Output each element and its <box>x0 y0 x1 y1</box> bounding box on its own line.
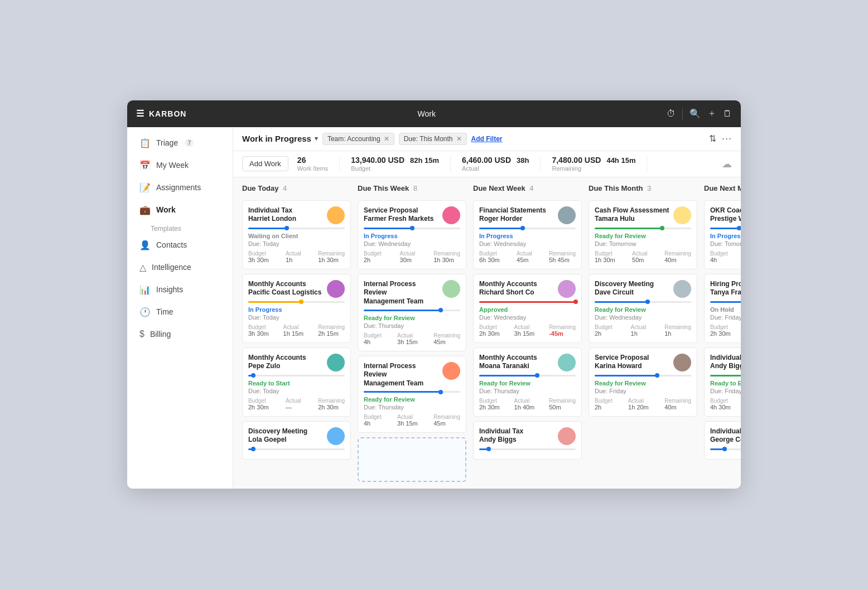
actual-label: Actual <box>631 324 647 330</box>
work-card[interactable]: Cash Flow AssessmentTamara Hulu Ready fo… <box>589 200 697 269</box>
actual-label: Actual <box>462 165 479 172</box>
view-title[interactable]: Work in Progress ▾ <box>242 134 318 143</box>
card-status: Ready for Review <box>595 233 691 239</box>
work-card[interactable]: Service ProposalKarina Howard Ready for … <box>589 347 697 417</box>
card-header: Discovery MeetingDave Circuit <box>595 280 691 298</box>
filter-team-remove[interactable]: ✕ <box>384 135 389 143</box>
card-status: Approved <box>479 306 576 313</box>
card-progress-fill <box>710 448 725 450</box>
work-card[interactable]: Discovery MeetingLola Goepel <box>242 421 351 460</box>
card-progress-dot <box>251 373 255 378</box>
card-progress-dot <box>573 300 578 304</box>
notes-icon[interactable]: 🗒 <box>723 109 732 119</box>
card-header: OKR CoachingPrestige World... <box>710 206 741 224</box>
more-options-icon[interactable]: ··· <box>722 133 732 144</box>
work-card[interactable]: Individual TaxAndy Biggs <box>473 421 582 460</box>
budget-val: 2h <box>595 330 613 337</box>
budget-val: 6h 30m <box>479 257 500 263</box>
sidebar-item-triage[interactable]: 📋 Triage 7 <box>131 132 229 154</box>
work-card[interactable]: Financial StatementsRoger Horder In Prog… <box>473 200 582 269</box>
kanban-col-due-next-month: Due Next Mont OKR CoachingPrestige World… <box>704 184 741 482</box>
work-card[interactable]: Monthly AccountsMoana Taranaki Ready for… <box>473 347 582 417</box>
work-icon: 💼 <box>139 205 151 215</box>
card-progress-dot <box>486 447 491 451</box>
sidebar-label-templates[interactable]: Templates <box>127 221 233 234</box>
card-progress-dot <box>520 226 525 230</box>
sidebar-item-myweek[interactable]: 📅 My Week <box>131 155 229 176</box>
sidebar-item-insights[interactable]: 📊 Insights <box>131 279 229 301</box>
card-progress <box>710 448 741 450</box>
remaining-val: 45m <box>433 420 460 427</box>
card-progress <box>364 391 460 393</box>
work-card[interactable]: Monthly AccountsPepe Zulo Ready to Start… <box>242 347 351 417</box>
work-card[interactable]: Internal Process ReviewManagement Team R… <box>358 356 466 433</box>
remaining-label: Remaining <box>549 324 576 330</box>
card-progress <box>248 301 345 303</box>
sidebar-item-billing[interactable]: $ Billing <box>131 324 229 345</box>
card-budget-row: Budget6h 30m Actual45m Remaining5h 45m <box>479 250 576 263</box>
plus-icon[interactable]: ＋ <box>707 108 716 119</box>
remaining-label: Remaining <box>664 398 691 404</box>
work-card[interactable]: OKR CoachingPrestige World... In Progres… <box>704 200 741 269</box>
remaining-label: Remaining <box>318 250 345 257</box>
remaining-hours: 44h 15m <box>606 156 635 165</box>
sidebar-item-contacts[interactable]: 👤 Contacts <box>131 234 229 256</box>
col-count: 4 <box>528 184 534 192</box>
sort-icon[interactable]: ⇅ <box>709 133 716 144</box>
sidebar-item-intelligence[interactable]: △ Intelligence <box>131 257 229 278</box>
col-header-due-next-week: Due Next Week 4 <box>473 184 582 196</box>
card-avatar <box>673 206 691 224</box>
card-title: Discovery MeetingDave Circuit <box>595 280 670 297</box>
work-card[interactable]: Monthly AccountsPacific Coast Logistics … <box>242 274 351 343</box>
actual-val: 3h 15m <box>397 339 418 345</box>
card-status: Ready to Start <box>248 380 345 387</box>
card-title: OKR CoachingPrestige World... <box>710 206 741 224</box>
sidebar-item-time[interactable]: 🕐 Time <box>131 301 229 323</box>
kanban-cards-due-this-month: Cash Flow AssessmentTamara Hulu Ready fo… <box>589 200 697 482</box>
card-title: Monthly AccountsRichard Short Co <box>479 280 554 297</box>
filter-due-remove[interactable]: ✕ <box>456 135 462 143</box>
top-nav: ☰ KARBON Work ⏱ 🔍 ＋ 🗒 <box>127 100 741 127</box>
budget-label: Budget <box>364 332 382 339</box>
card-progress-dot <box>655 373 659 378</box>
card-title: Individual TaxAndy Biggs <box>710 354 741 371</box>
actual-label: Actual <box>400 250 416 257</box>
work-card[interactable]: Monthly AccountsRichard Short Co Approve… <box>473 274 582 343</box>
dropdown-chevron[interactable]: ▾ <box>315 135 318 142</box>
card-status: In Progress <box>710 233 741 239</box>
card-header: Monthly AccountsRichard Short Co <box>479 280 576 298</box>
search-icon[interactable]: 🔍 <box>689 108 701 119</box>
actual-label: Actual <box>517 250 532 257</box>
card-progress-dot <box>660 226 664 230</box>
hamburger-icon[interactable]: ☰ <box>136 108 144 119</box>
toolbar: Work in Progress ▾ Team: Accounting ✕ Du… <box>233 127 741 151</box>
add-work-button[interactable]: Add Work <box>242 156 288 171</box>
work-card[interactable]: Individual TaxAndy Biggs Ready to E-File… <box>704 347 741 417</box>
actual-val: 30m <box>400 257 416 263</box>
card-header: Cash Flow AssessmentTamara Hulu <box>595 206 691 224</box>
card-progress-fill <box>479 375 537 376</box>
remaining-val: 5h 45m <box>549 257 576 263</box>
work-card[interactable]: Internal Process ReviewManagement Team R… <box>358 274 466 351</box>
card-status: Ready for Review <box>479 380 576 387</box>
work-card[interactable]: Individual TaxGeorge Connor <box>704 421 741 460</box>
card-budget-row: Budget2h Actual1h 20m Remaining40m <box>595 398 691 411</box>
card-progress-fill <box>248 228 287 229</box>
actual-label: Actual <box>514 398 535 404</box>
sidebar-item-assignments[interactable]: 📝 Assignments <box>131 177 229 199</box>
timer-icon[interactable]: ⏱ <box>667 109 676 119</box>
add-filter-button[interactable]: Add Filter <box>471 135 503 143</box>
filter-due[interactable]: Due: This Month ✕ <box>399 133 467 145</box>
work-card[interactable]: Discovery MeetingDave Circuit Ready for … <box>589 274 697 343</box>
card-progress-fill <box>710 228 739 229</box>
budget-hours: 82h 15m <box>410 156 439 165</box>
card-avatar <box>442 280 460 298</box>
remaining-val: 40m <box>664 404 691 411</box>
work-card[interactable]: Service ProposalFarmer Fresh Markets In … <box>358 200 466 269</box>
work-card[interactable]: Hiring ProcessTanya Franks A... On Hold … <box>704 274 741 343</box>
col-label: Due Next Mont <box>704 184 741 192</box>
work-card[interactable]: Individual TaxHarriet London Waiting on … <box>242 200 351 269</box>
logo-text: KARBON <box>149 109 186 118</box>
filter-team[interactable]: Team: Accounting ✕ <box>322 133 394 145</box>
sidebar-item-work[interactable]: 💼 Work <box>131 199 229 221</box>
